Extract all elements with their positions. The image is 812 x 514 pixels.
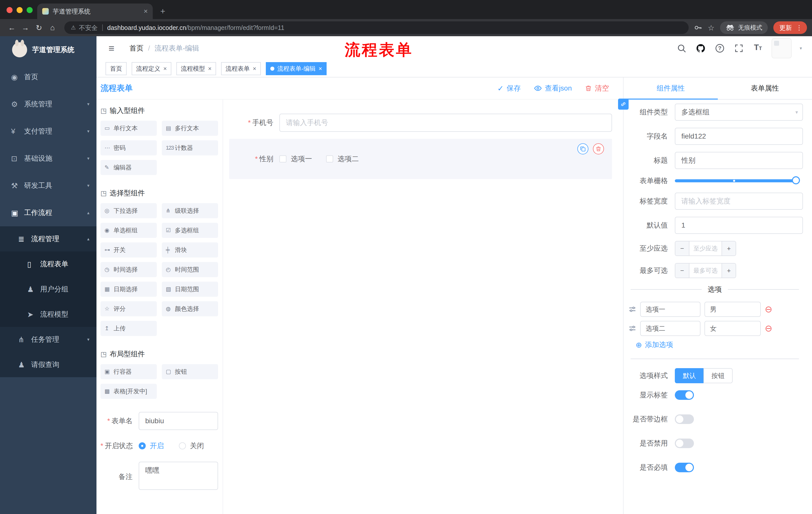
zoom-window-button[interactable] bbox=[27, 7, 33, 13]
sidebar-item-process-form[interactable]: ▯ 流程表单 bbox=[0, 251, 96, 277]
tag-close-icon[interactable]: × bbox=[319, 65, 322, 72]
tag-home[interactable]: 首页 bbox=[106, 62, 127, 75]
sidebar-item-system[interactable]: ⚙ 系统管理 ▾ bbox=[0, 90, 96, 118]
palette-item-switch[interactable]: ⊶开关 bbox=[100, 242, 157, 258]
sidebar-item-payment[interactable]: ¥ 支付管理 ▾ bbox=[0, 118, 96, 145]
security-label[interactable]: 不安全 bbox=[79, 24, 98, 32]
required-toggle[interactable] bbox=[675, 463, 694, 472]
sidebar-item-user-group[interactable]: ♟ 用户分组 bbox=[0, 277, 96, 302]
palette-item-button[interactable]: ▢按钮 bbox=[162, 364, 218, 379]
tag-process-model[interactable]: 流程模型 × bbox=[176, 62, 216, 75]
remove-option-icon[interactable]: ⊖ bbox=[765, 305, 772, 314]
clear-button[interactable]: 清空 bbox=[585, 83, 609, 93]
sidebar-item-devtools[interactable]: ⚒ 研发工具 ▾ bbox=[0, 172, 96, 199]
disabled-toggle[interactable] bbox=[675, 438, 694, 448]
palette-item-single-line-text[interactable]: ▭单行文本 bbox=[100, 121, 157, 136]
component-type-select[interactable]: 多选框组 ▾ bbox=[675, 104, 803, 121]
user-avatar[interactable] bbox=[772, 38, 792, 58]
view-json-button[interactable]: 查看json bbox=[534, 83, 572, 93]
gender-checkbox-option2[interactable]: 选项二 bbox=[326, 154, 359, 164]
browser-menu-icon[interactable]: ⋮ bbox=[796, 24, 803, 32]
tab-component-props[interactable]: 组件属性 bbox=[624, 77, 718, 99]
back-icon[interactable]: ← bbox=[5, 21, 19, 34]
tag-close-icon[interactable]: × bbox=[253, 65, 256, 72]
palette-item-date-picker[interactable]: ▦日期选择 bbox=[100, 282, 157, 297]
palette-item-counter[interactable]: 123计数器 bbox=[162, 140, 218, 155]
new-tab-button[interactable]: + bbox=[156, 4, 170, 18]
sidebar-item-home[interactable]: ◉ 首页 bbox=[0, 63, 96, 90]
tag-close-icon[interactable]: × bbox=[163, 65, 167, 72]
font-size-icon[interactable]: TT bbox=[752, 43, 763, 54]
option2-name-input[interactable] bbox=[640, 321, 700, 336]
minimize-window-button[interactable] bbox=[17, 7, 23, 13]
grid-slider[interactable] bbox=[675, 179, 799, 182]
palette-item-color-picker[interactable]: ◍颜色选择 bbox=[162, 301, 218, 316]
max-select-placeholder[interactable]: 最多可选 bbox=[689, 264, 722, 278]
style-button-button[interactable]: 按钮 bbox=[703, 368, 733, 383]
palette-item-radio-group[interactable]: ◉单选框组 bbox=[100, 223, 157, 238]
palette-item-checkbox-group[interactable]: ☑多选框组 bbox=[162, 223, 218, 238]
browser-tab[interactable]: 芋道管理系统 × bbox=[37, 3, 153, 19]
canvas-field-gender-selected[interactable]: 性别 选项一 选项二 bbox=[229, 139, 612, 179]
palette-item-table[interactable]: ▩表格[开发中] bbox=[100, 384, 157, 399]
add-option-button[interactable]: ⊕ 添加选项 bbox=[636, 340, 803, 350]
sidebar-item-leave-query[interactable]: ♟ 请假查询 bbox=[0, 352, 96, 377]
github-icon[interactable] bbox=[695, 43, 706, 54]
delete-field-button[interactable] bbox=[593, 143, 604, 154]
tag-process-form-edit[interactable]: 流程表单-编辑 × bbox=[266, 62, 327, 75]
bookmark-star-icon[interactable]: ☆ bbox=[708, 23, 715, 32]
palette-item-rate[interactable]: ☆评分 bbox=[100, 301, 157, 316]
update-browser-button[interactable]: 更新 ⋮ bbox=[773, 21, 807, 34]
close-window-button[interactable] bbox=[6, 7, 12, 13]
show-label-toggle[interactable] bbox=[675, 390, 694, 400]
palette-item-editor[interactable]: ✎编辑器 bbox=[100, 160, 157, 175]
fullscreen-icon[interactable] bbox=[733, 43, 745, 54]
avatar-caret-icon[interactable]: ▾ bbox=[800, 46, 802, 51]
option2-value-input[interactable] bbox=[704, 321, 761, 336]
copy-field-button[interactable] bbox=[577, 143, 588, 154]
palette-item-cascader[interactable]: ⋔级联选择 bbox=[162, 203, 218, 218]
tab-form-props[interactable]: 表单属性 bbox=[718, 77, 812, 99]
decrease-button[interactable]: − bbox=[675, 241, 689, 255]
panel-link-handle[interactable] bbox=[618, 99, 629, 110]
option1-value-input[interactable] bbox=[704, 302, 761, 317]
sidebar-item-workflow[interactable]: ▣ 工作流程 ▴ bbox=[0, 199, 96, 226]
home-icon[interactable]: ⌂ bbox=[46, 21, 59, 34]
sidebar-collapse-icon[interactable]: ≡ bbox=[109, 43, 114, 54]
form-remark-textarea[interactable]: 嘿嘿 bbox=[139, 462, 218, 490]
palette-item-upload[interactable]: ↥上传 bbox=[100, 321, 157, 336]
status-radio-off[interactable]: 关闭 bbox=[179, 441, 204, 451]
palette-item-date-range[interactable]: ▧日期范围 bbox=[162, 282, 218, 297]
sidebar-item-process-model[interactable]: ➤ 流程模型 bbox=[0, 302, 96, 327]
palette-item-slider[interactable]: ╪滑块 bbox=[162, 242, 218, 258]
palette-item-time-picker[interactable]: ◷时间选择 bbox=[100, 262, 157, 277]
sidebar-item-infrastructure[interactable]: ⊡ 基础设施 ▾ bbox=[0, 145, 96, 172]
breadcrumb-home[interactable]: 首页 bbox=[129, 44, 143, 53]
palette-item-row-container[interactable]: ▣行容器 bbox=[100, 364, 157, 379]
phone-input[interactable] bbox=[279, 114, 612, 132]
password-key-icon[interactable] bbox=[694, 23, 702, 32]
save-button[interactable]: ✓ 保存 bbox=[497, 83, 521, 93]
checkbox-icon[interactable] bbox=[326, 155, 333, 162]
forward-icon[interactable]: → bbox=[19, 21, 32, 34]
form-name-input[interactable] bbox=[139, 412, 218, 430]
drag-handle-icon[interactable] bbox=[629, 325, 636, 332]
checkbox-icon[interactable] bbox=[279, 155, 286, 162]
palette-item-time-range[interactable]: ◴时间范围 bbox=[162, 262, 218, 277]
gender-checkbox-option1[interactable]: 选项一 bbox=[279, 154, 312, 164]
min-select-placeholder[interactable]: 至少应选 bbox=[689, 241, 722, 255]
reload-icon[interactable]: ↻ bbox=[32, 21, 46, 34]
tab-close-icon[interactable]: × bbox=[144, 8, 148, 15]
field-name-input[interactable] bbox=[675, 128, 803, 145]
tag-process-definition[interactable]: 流程定义 × bbox=[132, 62, 171, 75]
remove-option-icon[interactable]: ⊖ bbox=[765, 324, 772, 333]
increase-button[interactable]: + bbox=[722, 241, 736, 255]
search-icon[interactable] bbox=[676, 43, 687, 54]
increase-button[interactable]: + bbox=[722, 264, 736, 278]
style-default-button[interactable]: 默认 bbox=[675, 368, 703, 383]
tag-close-icon[interactable]: × bbox=[208, 65, 211, 72]
sidebar-item-process-manage[interactable]: ≣ 流程管理 ▴ bbox=[0, 226, 96, 251]
drag-handle-icon[interactable] bbox=[629, 305, 636, 313]
sidebar-item-task-manage[interactable]: ⋔ 任务管理 ▾ bbox=[0, 327, 96, 352]
tag-process-form[interactable]: 流程表单 × bbox=[221, 62, 261, 75]
